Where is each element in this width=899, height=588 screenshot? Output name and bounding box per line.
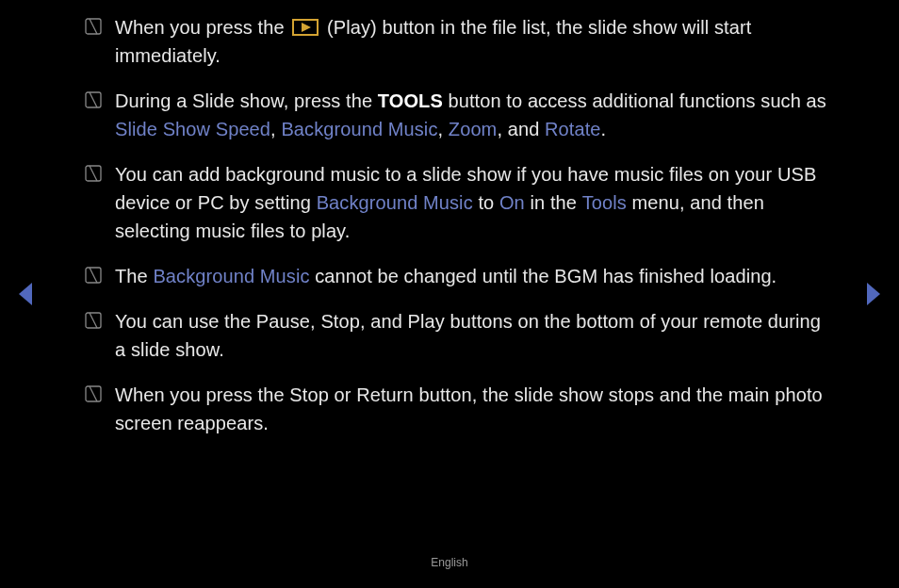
- nav-next-button[interactable]: [861, 281, 884, 307]
- content-area: When you press the (Play) button in the …: [0, 0, 899, 437]
- highlight-rotate: Rotate: [545, 119, 601, 139]
- text-fragment: to: [473, 192, 499, 213]
- svg-marker-0: [19, 283, 32, 305]
- nav-prev-button[interactable]: [15, 281, 38, 307]
- note-icon: [85, 165, 102, 182]
- highlight-slide-show-speed: Slide Show Speed: [115, 119, 270, 139]
- note-item: You can use the Pause, Stop, and Play bu…: [85, 307, 831, 364]
- svg-line-11: [90, 313, 97, 328]
- note-text: During a Slide show, press the TOOLS but…: [115, 87, 831, 143]
- highlight-background-music: Background Music: [281, 119, 437, 139]
- note-text: When you press the Stop or Return button…: [115, 381, 831, 437]
- highlight-zoom: Zoom: [449, 119, 498, 139]
- text-fragment: ,: [270, 119, 281, 139]
- text-fragment: cannot be changed until the BGM has fini…: [310, 266, 777, 286]
- svg-line-5: [90, 92, 97, 107]
- highlight-tools: Tools: [582, 192, 627, 213]
- svg-line-13: [90, 386, 97, 401]
- text-fragment: in the: [525, 192, 582, 213]
- svg-marker-1: [867, 283, 880, 305]
- text-fragment: (Play): [327, 17, 377, 38]
- tools-label: TOOLS: [378, 90, 443, 111]
- note-text: The Background Music cannot be changed u…: [115, 262, 831, 290]
- text-fragment: button to access additional functions su…: [443, 90, 826, 111]
- note-icon: [85, 385, 102, 402]
- highlight-on: On: [499, 192, 525, 213]
- note-item: During a Slide show, press the TOOLS but…: [85, 87, 831, 143]
- text-fragment: , and: [497, 119, 545, 139]
- note-item: The Background Music cannot be changed u…: [85, 262, 831, 290]
- svg-line-7: [90, 166, 97, 181]
- note-text: When you press the (Play) button in the …: [115, 13, 831, 70]
- note-item: When you press the (Play) button in the …: [85, 13, 831, 70]
- text-fragment: .: [601, 119, 607, 139]
- note-text: You can add background music to a slide …: [115, 160, 831, 245]
- highlight-background-music: Background Music: [317, 192, 473, 213]
- note-item: You can add background music to a slide …: [85, 160, 831, 245]
- text-fragment: The: [115, 266, 153, 286]
- svg-line-9: [90, 268, 97, 283]
- note-icon: [85, 18, 102, 35]
- highlight-background-music: Background Music: [153, 266, 309, 286]
- svg-line-3: [90, 19, 97, 34]
- note-icon: [85, 91, 102, 108]
- note-text: You can use the Pause, Stop, and Play bu…: [115, 307, 831, 364]
- note-icon: [85, 267, 102, 284]
- footer-language: English: [0, 556, 899, 569]
- play-icon: [292, 19, 319, 36]
- note-icon: [85, 312, 102, 329]
- text-fragment: When you press the: [115, 17, 289, 38]
- text-fragment: During a Slide show, press the: [115, 90, 378, 111]
- note-item: When you press the Stop or Return button…: [85, 381, 831, 437]
- text-fragment: ,: [438, 119, 449, 139]
